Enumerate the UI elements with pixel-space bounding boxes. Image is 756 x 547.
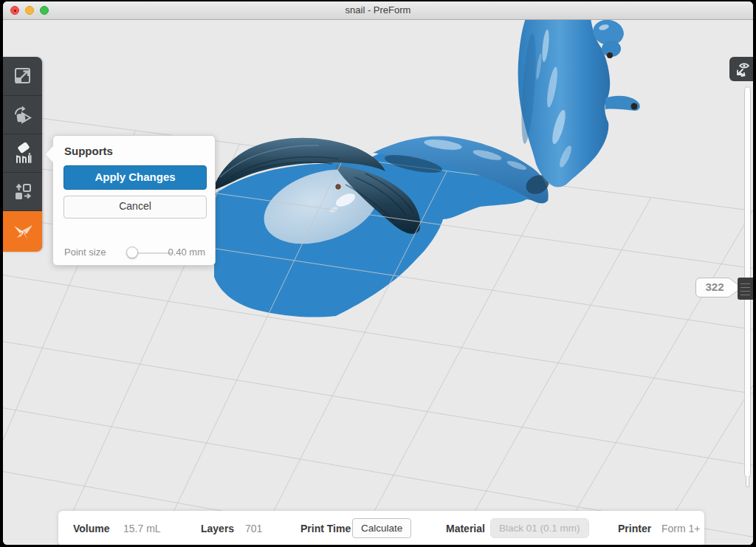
printer-value: Form 1+ [662, 523, 701, 534]
view-orientation-eye-icon [732, 61, 750, 78]
status-bar: Volume 15.7 mL Layers 701 Print Time Cal… [58, 511, 704, 545]
supports-panel-title: Supports [53, 136, 215, 157]
supports-panel: Supports Apply Changes Cancel Point size… [52, 135, 216, 266]
print-tool-button[interactable] [3, 210, 42, 252]
titlebar: snail - PreForm [3, 1, 753, 20]
point-size-slider[interactable] [127, 252, 173, 254]
orient-tool-button[interactable] [3, 95, 42, 134]
scale-icon [13, 66, 33, 86]
cancel-button[interactable]: Cancel [63, 196, 207, 219]
volume-value: 15.7 mL [123, 523, 161, 534]
butterfly-icon [10, 220, 35, 244]
material-label: Material [446, 523, 485, 534]
eye-dot-upper [607, 52, 613, 58]
print-time-label: Print Time [300, 523, 351, 534]
layer-slider-thumb[interactable] [738, 278, 753, 300]
supports-icon [12, 142, 34, 165]
scale-tool-button[interactable] [3, 57, 42, 95]
point-size-row: Point size 0.40 mm [64, 245, 205, 260]
layout-icon [13, 182, 33, 202]
panel-pointer [45, 146, 53, 162]
view-orientation-button[interactable] [729, 57, 753, 81]
supports-tool-button[interactable] [3, 134, 42, 173]
calculate-button[interactable]: Calculate [352, 518, 411, 538]
point-size-value: 0.40 mm [168, 247, 205, 258]
printer-label: Printer [618, 523, 651, 534]
preform-window: snail - PreForm [3, 1, 753, 545]
scene-canvas [3, 20, 753, 545]
layout-tool-button[interactable] [3, 172, 42, 211]
shell-apex-dot [336, 185, 340, 189]
volume-label: Volume [73, 523, 110, 534]
layer-number-badge: 322 [695, 278, 743, 297]
layers-label: Layers [201, 523, 234, 534]
point-size-label: Point size [64, 247, 106, 258]
tool-sidebar [3, 57, 42, 251]
viewport-3d[interactable] [3, 20, 753, 545]
screen: snail - PreForm [0, 0, 756, 547]
rotate-icon [12, 104, 34, 126]
layers-value: 701 [245, 523, 262, 534]
point-size-slider-handle[interactable] [126, 247, 138, 258]
window-title: snail - PreForm [3, 4, 753, 16]
material-button[interactable]: Black 01 (0.1 mm) [490, 518, 589, 538]
layer-slider-track-end [746, 477, 749, 487]
layer-number-value: 322 [695, 281, 734, 293]
eye-dot-lower [631, 103, 638, 110]
apply-changes-button[interactable]: Apply Changes [63, 165, 207, 190]
